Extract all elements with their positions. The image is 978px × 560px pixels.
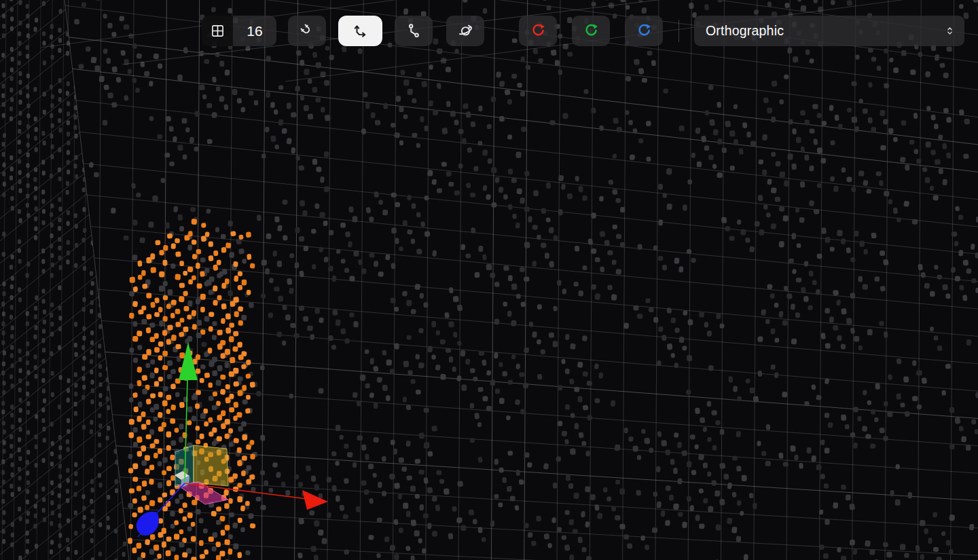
grid-size-value[interactable]: 16 (233, 16, 276, 46)
orbit-tool-button[interactable] (446, 16, 484, 46)
rotate-y-button[interactable] (572, 16, 610, 46)
polyline-nodes-icon (405, 22, 423, 40)
grid-icon (209, 22, 226, 39)
orbit-rotate-icon (456, 22, 475, 40)
vertex-tool-button[interactable] (395, 16, 433, 46)
toolbar-divider (678, 20, 679, 42)
projection-value: Orthographic (694, 23, 784, 39)
magnet-icon (298, 22, 316, 40)
rotate-x-button[interactable] (519, 16, 557, 46)
viewport-3d[interactable] (0, 0, 978, 560)
grid-size-control: 16 (202, 16, 276, 46)
rotate-x-icon (529, 22, 547, 40)
rotate-z-button[interactable] (625, 16, 663, 46)
translate-tool-button[interactable] (338, 16, 382, 46)
projection-select[interactable]: Orthographic (694, 16, 964, 46)
grid-toggle-button[interactable] (202, 16, 233, 46)
selection-face-right[interactable] (194, 445, 228, 486)
translate-axes-icon (351, 22, 369, 40)
rotate-y-icon (582, 22, 600, 40)
select-chevron-icon (943, 24, 956, 37)
snap-button[interactable] (288, 16, 326, 46)
rotate-z-icon (635, 22, 653, 40)
